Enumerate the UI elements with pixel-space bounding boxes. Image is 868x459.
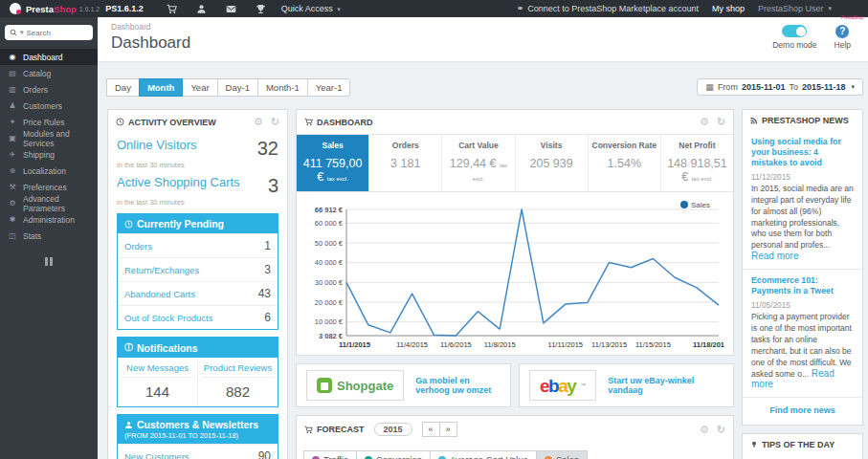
kpi-tab[interactable]: Cart Value 129,44 € tax excl.	[442, 135, 515, 191]
sidebar-item[interactable]: ⚙ Advanced Parameters	[0, 195, 98, 211]
prestashop-logo	[10, 3, 21, 14]
demo-mode-toggle[interactable]	[782, 25, 807, 37]
sidebar-item-icon: ▣	[8, 134, 17, 142]
user-avatar[interactable]: PrestaShop	[845, 2, 858, 15]
ebay-letter: a	[558, 376, 567, 396]
ebay-banner[interactable]: ebay™ Start uw eBay-winkel vandaag	[519, 363, 734, 407]
notification-link[interactable]: Product Reviews	[202, 362, 274, 378]
customers-row-link[interactable]: New Customers	[124, 451, 189, 459]
chevron-down-icon[interactable]: ▾	[20, 29, 24, 36]
activity-stat-link[interactable]: Active Shopping Carts	[117, 175, 240, 189]
refresh-icon[interactable]: ↻	[271, 116, 279, 128]
pending-row-link[interactable]: Return/Exchanges	[124, 265, 199, 275]
kpi-value: 205 939	[530, 157, 573, 170]
pending-row-link[interactable]: Abandoned Carts	[124, 289, 195, 299]
sidebar-item-icon: ✱	[8, 215, 17, 224]
forecast-legend-button[interactable]: Conversion	[356, 450, 431, 459]
period-button[interactable]: Day-1	[217, 78, 258, 97]
kpi-tab[interactable]: Visits 205 939	[516, 135, 589, 191]
news-article-body: Picking a payment provider is one of the…	[751, 312, 852, 378]
svg-text:11/13/2015: 11/13/2015	[591, 340, 627, 349]
sidebar-item[interactable]: ▥ Orders	[0, 81, 98, 98]
pending-row: Orders 1	[118, 233, 278, 257]
date-range-picker[interactable]: ▦ From2015-11-01 To2015-11-18 ▾	[697, 78, 863, 96]
sidebar-item[interactable]: ▣ Modules and Services	[0, 130, 98, 146]
gear-icon[interactable]: ⚙	[254, 116, 263, 128]
cart-icon[interactable]	[167, 4, 177, 14]
rss-icon	[750, 117, 758, 124]
mail-icon[interactable]	[226, 4, 236, 14]
sidebar-item[interactable]: ▤ Catalog	[0, 65, 98, 81]
refresh-icon[interactable]: ↻	[717, 116, 725, 128]
user-menu[interactable]: PrestaShop User ▾	[758, 4, 832, 13]
collapse-sidebar-icon[interactable]	[0, 257, 98, 266]
period-button[interactable]: Month	[139, 78, 184, 97]
kpi-value: 1.54%	[608, 157, 641, 170]
person-icon[interactable]	[196, 4, 207, 14]
kpi-tab[interactable]: Net Profit 148 918,51 € tax excl.	[661, 135, 733, 191]
sidebar-item[interactable]: ⊕ Localization	[0, 163, 98, 179]
kpi-tab[interactable]: Conversion Rate 1.54%	[589, 135, 661, 191]
refresh-icon[interactable]: ↻	[717, 424, 725, 436]
forecast-legend: Traffic Conversion Average Cart Value	[297, 443, 733, 459]
sidebar: ▾ ◉ Dashboard ▤ Catalog ▥ Orders ♟ Custo…	[0, 17, 98, 459]
forward-icon[interactable]: »	[439, 422, 457, 437]
kpi-suffix: tax excl.	[692, 176, 713, 182]
activity-stat-link[interactable]: Online Visitors	[117, 138, 197, 152]
sidebar-item-icon: ◉	[8, 53, 17, 61]
period-button[interactable]: Month-1	[257, 78, 308, 97]
gear-icon[interactable]: ⚙	[700, 116, 709, 128]
news-article-title[interactable]: Using social media for your business: 4 …	[751, 137, 854, 168]
svg-text:Sales: Sales	[691, 201, 710, 209]
svg-text:40 000 €: 40 000 €	[315, 258, 344, 267]
demo-mode-control: Demo mode	[772, 25, 816, 50]
sidebar-item[interactable]: ⚒ Preferences	[0, 179, 98, 195]
period-button[interactable]: Year	[182, 78, 217, 97]
sidebar-item-icon: ⚙	[8, 199, 17, 208]
cart-icon	[304, 118, 313, 126]
sidebar-item-label: Modules and Services	[23, 129, 90, 148]
sidebar-item[interactable]: ◉ Dashboard	[0, 49, 98, 65]
period-button[interactable]: Year-1	[307, 78, 351, 97]
sidebar-item[interactable]: ✦ Price Rules	[0, 114, 98, 130]
pending-row-link[interactable]: Orders	[124, 241, 152, 251]
news-article-title[interactable]: Ecommerce 101: Payments in a Tweet	[751, 275, 854, 296]
sidebar-item[interactable]: ✱ Administration	[0, 211, 98, 228]
forecast-legend-button[interactable]: Average Cart Value	[430, 450, 537, 459]
breadcrumb[interactable]: Dashboard	[111, 22, 855, 32]
backward-icon[interactable]: «	[422, 422, 440, 437]
sidebar-item[interactable]: ♟ Customers	[0, 98, 98, 114]
ebay-letter: y	[567, 376, 575, 396]
marketplace-link[interactable]: ⚭Connect to PrestaShop Marketplace accou…	[517, 4, 699, 13]
forecast-legend-button[interactable]: Traffic	[303, 450, 357, 459]
trophy-icon[interactable]	[256, 4, 266, 14]
gear-icon[interactable]: ⚙	[700, 424, 709, 436]
ebay-link[interactable]: Start uw eBay-winkel vandaag	[608, 376, 723, 395]
forecast-legend-button[interactable]: Sales	[536, 450, 588, 459]
notification-link[interactable]: New Messages	[122, 362, 193, 378]
kpi-tab[interactable]: Orders 3 181	[369, 135, 442, 191]
shopgate-banner[interactable]: Shopgate Ga mobiel en verhoog uw omzet	[296, 363, 511, 407]
activity-stat-value: 3	[268, 175, 278, 197]
sidebar-item[interactable]: ◫ Stats	[0, 228, 98, 244]
prestashop-news-panel: PRESTASHOP NEWS Using social media for y…	[742, 109, 863, 426]
legend-dot-icon	[365, 456, 372, 459]
pending-row-value: 43	[258, 287, 271, 300]
shopgate-link[interactable]: Ga mobiel en verhoog uw omzet	[415, 376, 501, 395]
search-input[interactable]	[27, 29, 82, 37]
sidebar-item[interactable]: ✈ Shipping	[0, 146, 98, 163]
kpi-tab[interactable]: Sales 411 759,00 € tax excl.	[297, 135, 369, 191]
svg-text:11/1/2015: 11/1/2015	[339, 340, 370, 349]
svg-text:11/4/2015: 11/4/2015	[396, 340, 428, 349]
period-button[interactable]: Day	[106, 78, 140, 97]
pending-row-link[interactable]: Out of Stock Products	[124, 313, 212, 323]
quick-access-menu[interactable]: Quick Access ▾	[281, 4, 341, 13]
my-shop-link[interactable]: My shop	[712, 4, 745, 13]
legend-label: Average Cart Value	[450, 454, 528, 459]
help-control: ? Help	[835, 25, 851, 50]
help-icon[interactable]: ?	[835, 25, 849, 38]
find-more-news-link[interactable]: Find more news	[743, 398, 862, 425]
sidebar-search[interactable]: ▾	[5, 25, 93, 40]
read-more-link[interactable]: Read more	[751, 251, 798, 261]
chevron-down-icon: ▾	[828, 5, 832, 12]
